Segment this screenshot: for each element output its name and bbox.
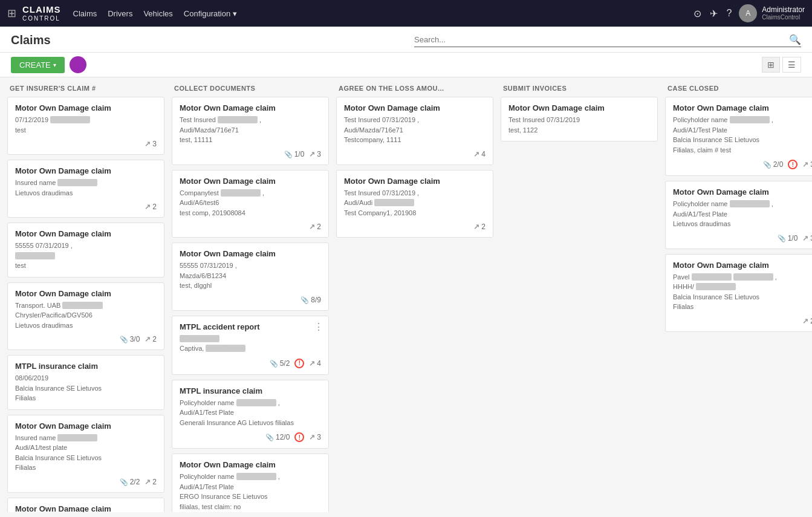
share-icon — [802, 160, 808, 169]
claim-card[interactable]: ⋮MTPL accident reportXXXXXXXXXCaptiva, X… — [172, 316, 329, 375]
card-details: Companytest XXXXXXXXX ,Audi/A6/test6test… — [180, 188, 321, 218]
share-icon — [145, 203, 151, 211]
claim-card[interactable]: Motor Own Damage claimInsured name XXXXX… — [7, 160, 164, 218]
card-title: Motor Own Damage claim — [180, 177, 321, 186]
card-details: Test Insured 07/31/2019 ,Audi/Audi XXXXX… — [344, 188, 486, 218]
kanban-view-button[interactable]: ⊞ — [762, 57, 780, 73]
filter-dot[interactable] — [70, 56, 86, 73]
claim-card[interactable]: Motor Own Damage claimPolicyholder name … — [7, 498, 164, 513]
card-footer: 8/9 — [180, 296, 321, 304]
share-count: 3 — [802, 160, 812, 169]
document-count: 1/0 — [778, 234, 798, 242]
user-menu[interactable]: A Administrator ClaimsControl — [739, 4, 805, 22]
warning-icon: ! — [294, 432, 304, 442]
column-header-case-closed: CASE CLOSED — [665, 85, 812, 97]
claim-card[interactable]: Motor Own Damage claimTest Insured 07/31… — [336, 170, 493, 238]
nav-vehicles[interactable]: Vehicles — [143, 9, 172, 18]
share-count: 3 — [309, 150, 321, 158]
claim-card[interactable]: Motor Own Damage claim07/12/2019 XXXXXXX… — [7, 97, 164, 155]
card-details: 55555 07/31/2019 ,Mazda/6/B1234test, dlg… — [180, 261, 321, 291]
card-details: Pavel XXXXXXXXX XXXXXXXXX ,HHHH/ XXXXXXX… — [673, 272, 812, 312]
claim-card[interactable]: Motor Own Damage claimTest Insured 07/31… — [336, 97, 493, 165]
kanban-column-collect-docs: COLLECT DOCUMENTSMotor Own Damage claimT… — [172, 85, 329, 512]
claim-card[interactable]: Motor Own Damage claimPavel XXXXXXXXX XX… — [665, 254, 812, 332]
card-title: Motor Own Damage claim — [673, 261, 812, 270]
nav-drivers[interactable]: Drivers — [108, 9, 132, 18]
card-footer: 4 — [344, 150, 486, 158]
create-button[interactable]: CREATE ▾ — [11, 57, 65, 73]
share-icon — [309, 359, 315, 368]
card-footer: 1/03 — [180, 150, 321, 158]
claim-card[interactable]: Motor Own Damage claimInsured name XXXXX… — [7, 415, 164, 493]
claim-card[interactable]: MTPL insurance claim08/06/2019Balcia Ins… — [7, 355, 164, 410]
column-header-agree-loss: AGREE ON THE LOSS AMOU... — [336, 85, 493, 97]
card-details: Test Insured 07/31/2019 ,Audi/Mazda/716e… — [344, 115, 486, 145]
card-footer: 2 — [344, 223, 486, 231]
claim-card[interactable]: Motor Own Damage claimCompanytest XXXXXX… — [172, 170, 329, 238]
card-footer: 2 — [15, 203, 157, 211]
share-count: 4 — [473, 150, 486, 158]
kanban-board: GET INSURER'S CLAIM #Motor Own Damage cl… — [0, 77, 812, 512]
paperclip-icon — [763, 160, 771, 169]
column-header-get-insurer: GET INSURER'S CLAIM # — [7, 85, 164, 97]
page-header: Claims 🔍 — [0, 27, 812, 53]
document-count: 8/9 — [300, 296, 321, 304]
username-display: Administrator ClaimsControl — [762, 5, 805, 21]
card-title: MTPL accident report — [180, 322, 321, 331]
card-details: 55555 07/31/2019 ,XXXXXXXXXtest — [15, 241, 157, 271]
claim-card[interactable]: Motor Own Damage claim55555 07/31/2019 ,… — [172, 242, 329, 311]
kanban-column-submit-invoices: SUBMIT INVOICESMotor Own Damage claimTes… — [501, 85, 658, 141]
view-toggle: ⊞ ☰ — [762, 57, 801, 73]
share-count: 3 — [309, 433, 321, 441]
document-count: 1/0 — [284, 150, 305, 158]
card-title: Motor Own Damage claim — [15, 103, 157, 112]
card-details: Policyholder name XXXXXXXXX ,Audi/A1/Tes… — [180, 472, 321, 512]
search-input[interactable] — [414, 33, 789, 47]
share-count: 3 — [802, 234, 812, 242]
document-count: 2/0 — [763, 160, 784, 169]
help-circle-icon[interactable]: ⊙ — [693, 8, 701, 19]
share-count: 2 — [145, 335, 157, 343]
kanban-column-case-closed: CASE CLOSEDMotor Own Damage claimPolicyh… — [665, 85, 812, 332]
claim-card[interactable]: Motor Own Damage claimTransport. UAB XXX… — [7, 282, 164, 351]
claim-card[interactable]: MTPL insurance claimPolicyholder name XX… — [172, 380, 329, 449]
question-icon[interactable]: ? — [726, 8, 732, 19]
share-icon — [473, 223, 479, 231]
kanban-column-get-insurer: GET INSURER'S CLAIM #Motor Own Damage cl… — [7, 85, 164, 512]
document-count: 3/0 — [120, 335, 140, 343]
list-view-button[interactable]: ☰ — [782, 57, 801, 73]
card-footer: 3 — [15, 140, 157, 148]
warning-icon: ! — [788, 160, 797, 169]
paperclip-icon — [778, 234, 786, 242]
claim-card[interactable]: Motor Own Damage claimPolicyholder name … — [172, 454, 329, 512]
send-icon[interactable]: ✈ — [710, 8, 718, 19]
card-footer: 2 — [180, 223, 321, 231]
nav-configuration[interactable]: Configuration ▾ — [184, 9, 237, 18]
card-title: Motor Own Damage claim — [344, 177, 486, 186]
avatar: A — [739, 4, 757, 22]
card-menu-button[interactable]: ⋮ — [314, 321, 323, 333]
grid-icon[interactable]: ⊞ — [7, 7, 16, 20]
share-icon — [145, 335, 151, 343]
card-details: Test Insured XXXXXXXXX ,Audi/Mazda/716e7… — [180, 115, 321, 145]
nav-claims[interactable]: Claims — [73, 9, 97, 18]
claim-card[interactable]: Motor Own Damage claimPolicyholder name … — [665, 97, 812, 176]
cards-container-get-insurer: Motor Own Damage claim07/12/2019 XXXXXXX… — [7, 97, 164, 512]
card-details: Test Insured 07/31/2019test, 1122 — [508, 115, 650, 135]
paperclip-icon — [120, 478, 128, 486]
claim-card[interactable]: Motor Own Damage claimTest Insured 07/31… — [501, 97, 658, 141]
claim-card[interactable]: Motor Own Damage claimTest Insured XXXXX… — [172, 97, 329, 165]
cards-container-agree-loss: Motor Own Damage claimTest Insured 07/31… — [336, 97, 493, 238]
card-details: XXXXXXXXXCaptiva, XXXXXXXXX — [180, 334, 321, 354]
nav-icon-group: ⊙ ✈ ? — [693, 8, 732, 19]
card-footer: 2 — [673, 317, 812, 325]
column-header-submit-invoices: SUBMIT INVOICES — [501, 85, 658, 97]
claim-card[interactable]: Motor Own Damage claimPolicyholder name … — [665, 181, 812, 249]
share-count: 2 — [802, 317, 812, 325]
search-button[interactable]: 🔍 — [789, 34, 801, 45]
column-header-collect-docs: COLLECT DOCUMENTS — [172, 85, 329, 97]
paperclip-icon — [300, 296, 309, 304]
app-logo: CLAIMS CONTROL — [22, 5, 61, 22]
claim-card[interactable]: Motor Own Damage claim55555 07/31/2019 ,… — [7, 223, 164, 278]
search-bar: 🔍 — [414, 33, 801, 47]
